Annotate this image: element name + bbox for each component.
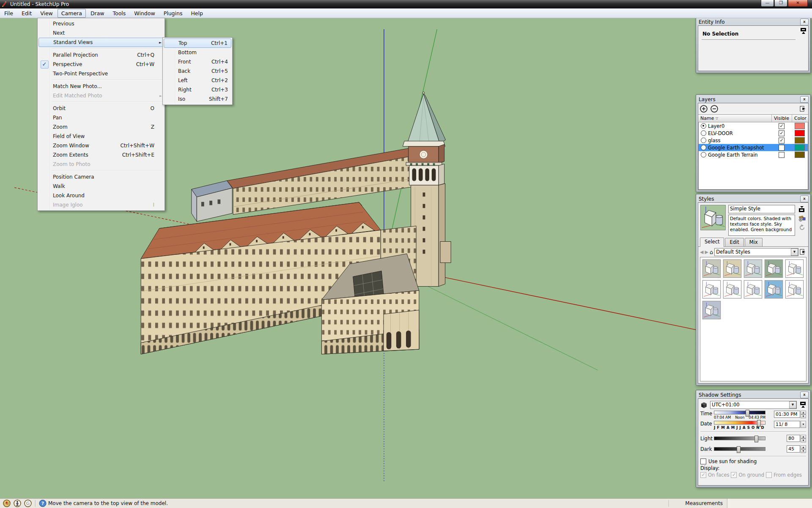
spin-down-icon[interactable]: ▼ bbox=[801, 449, 806, 453]
tab-edit[interactable]: Edit bbox=[725, 238, 743, 246]
menu-item-match-new-photo[interactable]: Match New Photo... bbox=[38, 82, 164, 91]
spin-up-icon[interactable]: ▲ bbox=[801, 445, 806, 449]
menu-item-walk[interactable]: Walk bbox=[38, 182, 164, 191]
collapse-icon[interactable] bbox=[801, 28, 807, 34]
google-icon[interactable]: G bbox=[24, 500, 32, 507]
menu-item-image-igloo[interactable]: Image IglooI bbox=[38, 200, 164, 210]
style-thumbnail[interactable] bbox=[702, 301, 721, 319]
light-value-input[interactable]: 80 bbox=[787, 435, 800, 442]
style-thumbnail[interactable] bbox=[723, 280, 741, 298]
close-icon[interactable]: x bbox=[800, 392, 809, 398]
layer-row[interactable]: glass ✓ bbox=[699, 137, 808, 144]
tab-mix[interactable]: Mix bbox=[745, 238, 763, 246]
spin-down-icon[interactable]: ▼ bbox=[801, 414, 806, 418]
menu-item-edit-matched-photo[interactable]: Edit Matched Photo► bbox=[38, 91, 164, 100]
style-collection-dropdown[interactable]: Default Styles ▼ bbox=[714, 248, 798, 256]
style-thumbnail[interactable] bbox=[723, 260, 741, 278]
active-layer-radio[interactable] bbox=[701, 138, 706, 143]
submenu-item-back[interactable]: BackCtrl+5 bbox=[164, 66, 231, 76]
style-thumbnail[interactable] bbox=[765, 280, 783, 298]
spin-down-icon[interactable]: ▼ bbox=[801, 439, 806, 442]
close-icon[interactable]: x bbox=[800, 196, 809, 202]
visible-checkbox[interactable]: ✓ bbox=[779, 123, 785, 129]
close-button[interactable]: ✕ bbox=[788, 0, 808, 7]
active-layer-radio[interactable] bbox=[701, 152, 706, 157]
menu-draw[interactable]: Draw bbox=[87, 9, 108, 18]
on-ground-checkbox[interactable]: ✓ bbox=[731, 472, 737, 478]
layer-color-swatch[interactable] bbox=[795, 130, 805, 136]
forward-icon[interactable]: ▶ bbox=[705, 249, 708, 255]
restore-button[interactable]: ❐ bbox=[774, 0, 787, 7]
menu-item-parallel-projection[interactable]: Parallel ProjectionCtrl+Q bbox=[38, 50, 164, 60]
layer-row[interactable]: ELV-DOOR ✓ bbox=[699, 130, 808, 137]
light-slider[interactable] bbox=[714, 436, 765, 440]
layer-color-swatch[interactable] bbox=[795, 152, 805, 158]
column-name[interactable]: Name ▽ bbox=[698, 115, 772, 122]
time-slider[interactable] bbox=[714, 411, 765, 414]
active-layer-radio[interactable] bbox=[701, 145, 706, 150]
menu-item-position-camera[interactable]: Position Camera bbox=[38, 172, 164, 182]
layer-row-selected[interactable]: Google Earth Snapshot bbox=[699, 144, 808, 151]
style-details-icon[interactable] bbox=[800, 248, 807, 255]
visible-checkbox[interactable] bbox=[779, 152, 785, 158]
help-icon[interactable]: ? bbox=[39, 500, 47, 507]
column-visible[interactable]: Visible bbox=[772, 115, 792, 122]
refresh-icon[interactable] bbox=[799, 224, 805, 231]
chevron-down-icon[interactable]: ▼ bbox=[801, 421, 806, 428]
menu-item-two-point-perspective[interactable]: Two-Point Perspective bbox=[38, 69, 164, 78]
menu-item-zoom-extents[interactable]: Zoom ExtentsCtrl+Shift+E bbox=[38, 150, 164, 160]
submenu-item-front[interactable]: FrontCtrl+4 bbox=[164, 57, 231, 66]
active-layer-radio[interactable] bbox=[701, 130, 706, 136]
style-thumbnail[interactable] bbox=[702, 280, 721, 298]
submenu-item-left[interactable]: LeftCtrl+2 bbox=[164, 76, 231, 85]
menu-window[interactable]: Window bbox=[130, 9, 159, 18]
submenu-item-right[interactable]: RightCtrl+3 bbox=[164, 85, 231, 94]
date-slider[interactable] bbox=[714, 421, 765, 425]
spin-up-icon[interactable]: ▲ bbox=[801, 411, 806, 414]
use-sun-checkbox[interactable] bbox=[700, 458, 706, 464]
dark-slider[interactable] bbox=[714, 447, 765, 451]
menu-item-zoom[interactable]: ZoomZ bbox=[38, 122, 164, 132]
collapse-icon[interactable] bbox=[799, 206, 805, 213]
minimize-button[interactable]: — bbox=[761, 0, 774, 7]
on-faces-checkbox[interactable]: ✓ bbox=[700, 472, 706, 478]
style-thumbnail[interactable] bbox=[744, 280, 762, 298]
add-layer-icon[interactable] bbox=[700, 105, 708, 113]
menu-plugins[interactable]: Plugins bbox=[160, 9, 187, 18]
collapse-icon[interactable] bbox=[800, 401, 806, 408]
menu-item-look-around[interactable]: Look Around bbox=[38, 191, 164, 200]
style-thumbnail[interactable] bbox=[785, 260, 804, 278]
menu-item-pan[interactable]: Pan bbox=[38, 113, 164, 122]
menu-file[interactable]: File bbox=[0, 9, 17, 18]
remove-layer-icon[interactable] bbox=[710, 105, 718, 113]
menu-item-orbit[interactable]: OrbitO bbox=[38, 104, 164, 113]
measurements-input[interactable] bbox=[727, 499, 812, 508]
menu-item-zoom-to-photo[interactable]: Zoom to Photo bbox=[38, 160, 164, 169]
menu-view[interactable]: View bbox=[36, 9, 57, 18]
menu-item-perspective[interactable]: ✓PerspectiveCtrl+W bbox=[38, 60, 164, 69]
menu-item-next[interactable]: Next bbox=[38, 28, 164, 38]
person-icon[interactable] bbox=[14, 500, 21, 507]
menu-item-standard-views[interactable]: Standard Views► bbox=[38, 38, 164, 47]
style-name-input[interactable]: Simple Style bbox=[728, 205, 795, 213]
column-color[interactable]: Color bbox=[792, 115, 808, 122]
menu-edit[interactable]: Edit bbox=[18, 9, 36, 18]
menu-item-previous[interactable]: Previous bbox=[38, 19, 164, 28]
layer-details-icon[interactable] bbox=[800, 105, 807, 112]
home-icon[interactable]: ⌂ bbox=[710, 249, 713, 255]
visible-checkbox[interactable]: ✓ bbox=[779, 138, 785, 144]
geolocation-icon[interactable] bbox=[3, 500, 11, 507]
from-edges-checkbox[interactable] bbox=[766, 472, 772, 478]
menu-help[interactable]: Help bbox=[187, 9, 207, 18]
menu-tools[interactable]: Tools bbox=[109, 9, 130, 18]
style-thumbnail[interactable] bbox=[765, 260, 783, 278]
menu-camera[interactable]: Camera bbox=[58, 9, 86, 18]
submenu-item-iso[interactable]: IsoShift+7 bbox=[164, 94, 231, 104]
chevron-down-icon[interactable]: ▼ bbox=[789, 401, 796, 409]
style-description[interactable]: Default colors. Shaded with textures fac… bbox=[728, 215, 795, 236]
close-icon[interactable]: x bbox=[800, 19, 809, 25]
layer-row[interactable]: Layer0 ✓ bbox=[699, 122, 808, 130]
submenu-item-bottom[interactable]: Bottom bbox=[164, 48, 231, 57]
visible-checkbox[interactable]: ✓ bbox=[779, 130, 785, 136]
date-value-input[interactable]: 11/ 8 bbox=[774, 421, 800, 428]
